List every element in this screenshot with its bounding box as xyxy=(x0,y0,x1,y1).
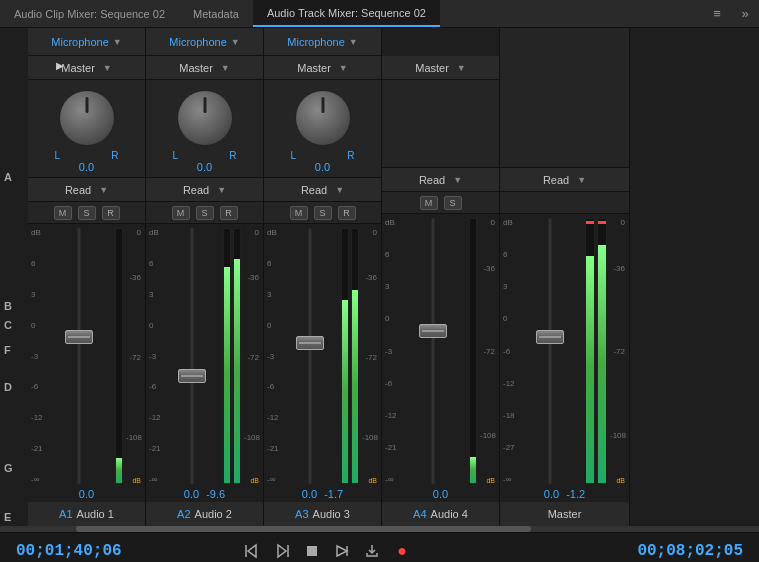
fader-value-a1: 0.0 xyxy=(28,486,145,502)
fader-track-a3[interactable] xyxy=(280,228,339,484)
step-forward-button[interactable] xyxy=(331,540,353,562)
master-dropdown-a2[interactable]: ▼ xyxy=(221,63,230,73)
mic-dropdown-a1[interactable]: ▼ xyxy=(113,37,122,47)
mute-btn-a4[interactable]: M xyxy=(420,196,438,210)
mic-label-a2: Microphone xyxy=(169,36,226,48)
channel-name-a3: A3 Audio 3 xyxy=(264,502,381,526)
meter-l-a2 xyxy=(223,228,231,484)
knob-area-a2: L R 0.0 xyxy=(146,80,263,178)
read-dropdown-a2[interactable]: ▼ xyxy=(217,185,226,195)
read-dropdown-a3[interactable]: ▼ xyxy=(335,185,344,195)
solo-btn-a4[interactable]: S xyxy=(444,196,462,210)
tab-audio-clip-mixer[interactable]: Audio Clip Mixer: Sequence 02 xyxy=(0,0,179,27)
meter-l-a3 xyxy=(341,228,349,484)
fader-area-master: dB 6 3 0 -6 -12 -18 -27 -∞ xyxy=(500,214,629,486)
db-scale-right-master: 0 -36 -72 -108 dB xyxy=(609,218,627,484)
mute-btn-a1[interactable]: M xyxy=(54,206,72,220)
read-dropdown-master[interactable]: ▼ xyxy=(577,175,586,185)
knob-a1[interactable] xyxy=(57,88,117,148)
stop-button[interactable] xyxy=(301,540,323,562)
solo-btn-a1[interactable]: S xyxy=(78,206,96,220)
fader-handle-a2[interactable] xyxy=(178,369,206,383)
channel-name-a4: A4 Audio 4 xyxy=(382,502,499,526)
knob-value-a3: 0.0 xyxy=(315,161,330,173)
go-to-out-button[interactable] xyxy=(271,540,293,562)
meter-r-a3 xyxy=(351,228,359,484)
fader-handle-master[interactable] xyxy=(536,330,564,344)
channel-a1: Microphone ▼ Master ▼ L R 0.0 Read ▼ xyxy=(28,28,146,526)
play-indicator: ▶ xyxy=(56,60,64,71)
read-dropdown-a4[interactable]: ▼ xyxy=(453,175,462,185)
msr-row-master xyxy=(500,192,629,214)
no-knob-a4 xyxy=(382,80,499,168)
svg-marker-1 xyxy=(337,546,347,556)
meter-l-a4 xyxy=(469,218,477,484)
svg-rect-0 xyxy=(307,546,317,556)
label-c: C xyxy=(0,316,28,333)
fader-line-a3 xyxy=(308,228,311,484)
go-to-in-button[interactable] xyxy=(241,540,263,562)
master-dropdown-a3[interactable]: ▼ xyxy=(339,63,348,73)
transport-controls: ● xyxy=(241,540,413,562)
record-btn-a2[interactable]: R xyxy=(220,206,238,220)
read-row-a2: Read ▼ xyxy=(146,178,263,202)
knob-value-a1: 0.0 xyxy=(79,161,94,173)
tab-audio-track-mixer[interactable]: Audio Track Mixer: Sequence 02 xyxy=(253,0,440,27)
record-btn-a3[interactable]: R xyxy=(338,206,356,220)
db-scale-left-a3: dB 6 3 0 -3 -6 -12 -21 -∞ xyxy=(266,228,280,484)
msr-row-a3: M S R xyxy=(264,202,381,224)
label-a: A xyxy=(0,168,28,185)
fader-handle-a1[interactable] xyxy=(65,330,93,344)
read-label-a1: Read xyxy=(65,184,91,196)
read-row-master: Read ▼ xyxy=(500,168,629,192)
channel-master: Read ▼ dB 6 3 0 -6 -12 -18 -27 -∞ xyxy=(500,28,630,526)
tab-metadata[interactable]: Metadata xyxy=(179,0,253,27)
master-dropdown-a1[interactable]: ▼ xyxy=(103,63,112,73)
read-row-a4: Read ▼ xyxy=(382,168,499,192)
meter-l-master xyxy=(585,218,595,484)
label-g: G xyxy=(0,460,28,477)
mute-btn-a3[interactable]: M xyxy=(290,206,308,220)
tab-label: Metadata xyxy=(193,8,239,20)
fader-line-a4 xyxy=(431,218,434,484)
fader-track-a1[interactable] xyxy=(44,228,113,484)
fader-track-a4[interactable] xyxy=(398,218,467,484)
mic-row-a2: Microphone ▼ xyxy=(146,28,263,56)
tab-label: Audio Track Mixer: Sequence 02 xyxy=(267,7,426,19)
timecode-right: 00;08;02;05 xyxy=(623,542,743,560)
mute-btn-a2[interactable]: M xyxy=(172,206,190,220)
master-row-a1: Master ▼ xyxy=(28,56,145,80)
read-row-a1: Read ▼ xyxy=(28,178,145,202)
meter-bars-a2 xyxy=(221,228,243,484)
solo-btn-a2[interactable]: S xyxy=(196,206,214,220)
export-button[interactable] xyxy=(361,540,383,562)
read-label-a3: Read xyxy=(301,184,327,196)
peak-l-master xyxy=(586,221,594,224)
meter-l-a1 xyxy=(115,228,123,484)
read-dropdown-a1[interactable]: ▼ xyxy=(99,185,108,195)
knob-a3[interactable] xyxy=(293,88,353,148)
record-button[interactable]: ● xyxy=(391,540,413,562)
knob-a2[interactable] xyxy=(175,88,235,148)
fader-area-a3: dB 6 3 0 -3 -6 -12 -21 -∞ xyxy=(264,224,381,486)
master-dropdown-a4[interactable]: ▼ xyxy=(457,63,466,73)
channels-container: ▶ Microphone ▼ Master ▼ L R 0.0 xyxy=(28,28,759,526)
mic-label-a3: Microphone xyxy=(287,36,344,48)
label-d: D xyxy=(0,379,28,396)
fader-track-a2[interactable] xyxy=(162,228,221,484)
fader-handle-a4[interactable] xyxy=(419,324,447,338)
db-scale-right-a1: 0 -36 -72 -108 dB xyxy=(125,228,143,484)
msr-row-a1: M S R xyxy=(28,202,145,224)
peak-r-master xyxy=(598,221,606,224)
meter-bars-a4 xyxy=(467,218,479,484)
menu-button[interactable]: ≡ xyxy=(703,0,731,27)
fader-handle-a3[interactable] xyxy=(296,336,324,350)
mic-dropdown-a2[interactable]: ▼ xyxy=(231,37,240,47)
channel-a3: Microphone ▼ Master ▼ L R 0.0 Read ▼ xyxy=(264,28,382,526)
mic-dropdown-a3[interactable]: ▼ xyxy=(349,37,358,47)
fader-track-master[interactable] xyxy=(516,218,583,484)
solo-btn-a3[interactable]: S xyxy=(314,206,332,220)
mic-row-a3: Microphone ▼ xyxy=(264,28,381,56)
record-btn-a1[interactable]: R xyxy=(102,206,120,220)
expand-button[interactable]: » xyxy=(731,0,759,27)
